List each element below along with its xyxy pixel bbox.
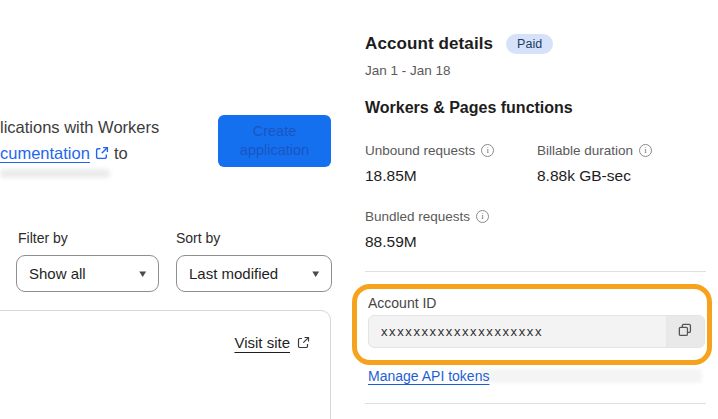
paid-plan-badge: Paid xyxy=(506,34,553,54)
filter-select-value: Show all xyxy=(29,265,86,282)
sort-select-value: Last modified xyxy=(189,265,278,282)
intro-after-link: to xyxy=(114,140,128,166)
copy-icon xyxy=(677,322,693,341)
stat-billable-duration: Billable duration i 8.88k GB-sec xyxy=(537,143,652,185)
visit-site-label: Visit site xyxy=(234,334,290,351)
filter-select[interactable]: Show all ▾ xyxy=(16,255,159,292)
date-range: Jan 1 - Jan 18 xyxy=(365,63,451,78)
account-details-header: Account details Paid xyxy=(365,34,553,54)
stat-value: 18.85M xyxy=(365,167,494,185)
create-application-button[interactable]: Create application xyxy=(218,115,331,167)
visit-site-link[interactable]: Visit site xyxy=(234,334,310,351)
copy-button[interactable] xyxy=(666,316,704,347)
account-id-field-group xyxy=(368,315,705,348)
info-icon[interactable]: i xyxy=(639,144,652,157)
faded-text-artifact xyxy=(480,369,702,383)
account-id-input[interactable] xyxy=(369,316,666,347)
divider xyxy=(365,403,706,404)
stat-value: 8.88k GB-sec xyxy=(537,167,652,185)
manage-api-tokens-link[interactable]: Manage API tokens xyxy=(368,368,489,384)
account-id-label: Account ID xyxy=(368,295,436,311)
chevron-down-icon: ▾ xyxy=(140,267,147,280)
sort-by-label: Sort by xyxy=(176,230,220,246)
divider xyxy=(365,271,706,272)
stat-label: Unbound requests i xyxy=(365,143,494,158)
sort-select[interactable]: Last modified ▾ xyxy=(176,255,332,292)
info-icon[interactable]: i xyxy=(481,144,494,157)
stat-unbound-requests: Unbound requests i 18.85M xyxy=(365,143,494,185)
account-details-panel: Account details Paid Jan 1 - Jan 18 Work… xyxy=(365,0,707,419)
stat-label: Bundled requests i xyxy=(365,209,489,224)
stat-bundled-requests: Bundled requests i 88.59M xyxy=(365,209,489,251)
workers-pages-overview: lications with Workers cumentation to Cr… xyxy=(0,0,718,419)
stat-value: 88.59M xyxy=(365,233,489,251)
intro-line-1: lications with Workers xyxy=(0,114,210,140)
section-heading: Workers & Pages functions xyxy=(365,99,573,117)
intro-text: lications with Workers cumentation to xyxy=(0,114,210,166)
external-link-icon xyxy=(95,146,109,160)
intro-line-2: cumentation to xyxy=(0,140,210,166)
chevron-down-icon: ▾ xyxy=(313,267,320,280)
info-icon[interactable]: i xyxy=(476,210,489,223)
documentation-link[interactable]: cumentation xyxy=(0,140,90,166)
external-link-icon xyxy=(297,336,310,349)
stat-label: Billable duration i xyxy=(537,143,652,158)
faded-text-artifact xyxy=(0,169,110,178)
filter-by-label: Filter by xyxy=(18,230,68,246)
account-details-title: Account details xyxy=(365,34,493,54)
project-card: Visit site xyxy=(0,310,331,419)
